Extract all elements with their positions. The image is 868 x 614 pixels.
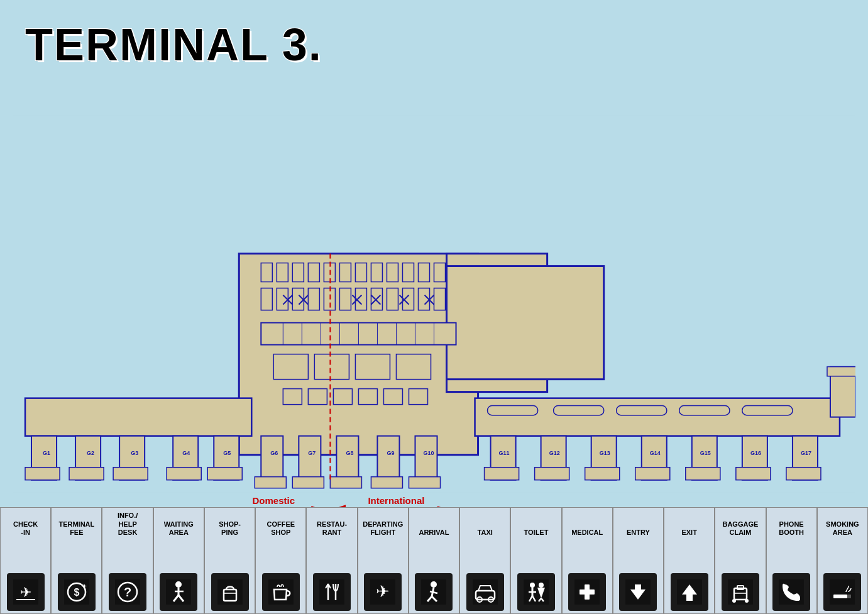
svg-text:G13: G13 [600, 450, 610, 456]
svg-text:$: $ [74, 587, 79, 598]
legend-toilet-label: TOILET [524, 512, 549, 537]
svg-point-163 [431, 581, 437, 588]
svg-rect-125 [488, 406, 538, 415]
legend-departing-label: DEPARTINGFLIGHT [363, 512, 403, 537]
svg-rect-23 [371, 477, 402, 488]
legend-medical-label: MEDICAL [571, 512, 603, 537]
svg-text:Domestic: Domestic [253, 495, 295, 506]
svg-text:International: International [368, 495, 424, 506]
svg-text:G14: G14 [650, 450, 661, 456]
svg-rect-66 [273, 354, 308, 380]
arrival-icon [415, 573, 453, 611]
svg-rect-73 [358, 389, 377, 405]
exit-icon [671, 573, 708, 611]
svg-rect-72 [333, 389, 352, 405]
svg-rect-57 [308, 288, 319, 310]
svg-rect-7 [25, 468, 60, 480]
legend-check-in-label: CHECK-IN [13, 512, 38, 537]
svg-rect-199 [847, 595, 851, 598]
legend-medical: MEDICAL [562, 507, 613, 614]
svg-rect-42 [261, 263, 272, 282]
svg-text:G7: G7 [308, 450, 316, 456]
svg-rect-54 [261, 288, 272, 310]
svg-rect-46 [324, 263, 335, 282]
svg-rect-52 [418, 263, 429, 282]
legend-bar: CHECK-IN ✈ TERMINALFEE $✈ INFO./HELPDESK… [0, 507, 868, 614]
svg-rect-68 [355, 354, 390, 380]
legend-restaurant-label: RESTAU-RANT [317, 512, 347, 537]
baggage-icon [722, 573, 759, 611]
legend-terminal-fee-label: TERMINALFEE [58, 512, 94, 537]
medical-icon [568, 573, 606, 611]
svg-text:G16: G16 [750, 450, 761, 456]
svg-rect-190 [728, 579, 753, 605]
svg-rect-196 [779, 579, 804, 605]
svg-rect-9 [69, 468, 104, 480]
svg-rect-74 [383, 389, 402, 405]
svg-rect-25 [409, 477, 440, 488]
svg-rect-17 [255, 477, 286, 488]
svg-point-144 [175, 581, 182, 588]
svg-rect-183 [580, 589, 595, 595]
legend-entry: ENTRY [613, 507, 664, 614]
svg-rect-27 [485, 468, 519, 480]
legend-waiting-area: WAITINGAREA [153, 507, 204, 614]
svg-rect-50 [387, 263, 398, 282]
svg-text:G4: G4 [182, 450, 190, 456]
svg-rect-67 [314, 354, 349, 380]
svg-text:G10: G10 [423, 450, 434, 456]
svg-text:G5: G5 [223, 450, 231, 456]
svg-rect-41 [827, 367, 855, 376]
svg-text:G9: G9 [387, 450, 394, 456]
svg-rect-129 [742, 406, 793, 415]
check-in-icon: ✈ [7, 573, 45, 611]
legend-smoking-area: SMOKINGAREA [817, 507, 868, 614]
svg-rect-59 [339, 288, 351, 310]
terminal-map: Domestic International [13, 101, 855, 507]
svg-point-194 [732, 599, 736, 603]
svg-rect-5 [475, 398, 840, 436]
info-help-icon: ? [109, 573, 146, 611]
page-title: TERMINAL 3. [25, 19, 322, 70]
legend-restaurant: RESTAU-RANT [306, 507, 357, 614]
svg-rect-13 [167, 468, 201, 480]
svg-text:G12: G12 [549, 450, 560, 456]
svg-rect-33 [635, 468, 670, 480]
departing-flight-icon: ✈ [364, 573, 402, 611]
svg-rect-186 [635, 584, 641, 591]
svg-rect-43 [277, 263, 288, 282]
legend-toilet: TOILET [510, 507, 561, 614]
svg-rect-197 [830, 579, 855, 605]
svg-rect-21 [330, 477, 361, 488]
svg-rect-126 [554, 406, 604, 415]
svg-rect-3 [447, 266, 604, 379]
svg-rect-44 [292, 263, 304, 282]
legend-taxi: TAXI [459, 507, 510, 614]
svg-rect-65 [434, 288, 446, 310]
svg-rect-127 [617, 406, 667, 415]
svg-text:G17: G17 [801, 450, 811, 456]
svg-rect-198 [833, 595, 847, 598]
svg-rect-19 [292, 477, 324, 488]
legend-exit-label: EXIT [681, 512, 696, 537]
svg-rect-154 [319, 579, 344, 605]
legend-coffee-shop: COFFEESHOP [255, 507, 306, 614]
svg-text:?: ? [124, 585, 131, 599]
entry-icon [619, 573, 657, 611]
toilet-icon [517, 573, 555, 611]
svg-rect-47 [339, 263, 351, 282]
svg-rect-189 [686, 595, 693, 601]
map-container: Domestic International [13, 101, 855, 507]
legend-shopping-label: SHOP-PING [219, 512, 241, 537]
legend-arrival: ARRIVAL [409, 507, 459, 614]
svg-rect-51 [402, 263, 414, 282]
phone-icon [772, 573, 810, 611]
svg-text:G2: G2 [87, 450, 94, 456]
legend-coffee-label: COFFEESHOP [266, 512, 295, 537]
legend-phone-label: PHONEBOOTH [779, 512, 804, 537]
svg-text:G15: G15 [700, 450, 711, 456]
legend-exit: EXIT [664, 507, 715, 614]
svg-rect-128 [679, 406, 730, 415]
svg-text:G6: G6 [270, 450, 278, 456]
svg-rect-11 [113, 468, 148, 480]
